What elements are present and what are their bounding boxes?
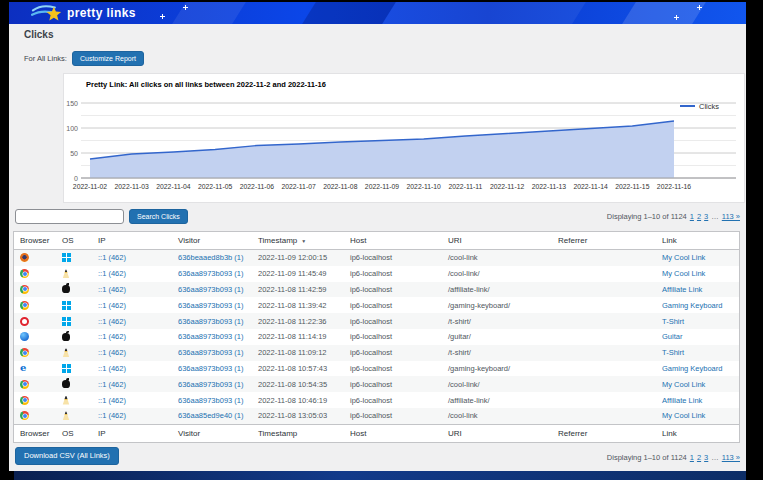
ip-link[interactable]: ::1 (462): [98, 348, 126, 357]
pretty-link-name[interactable]: My Cool Link: [662, 380, 705, 389]
pagination-page-1[interactable]: 1: [690, 453, 694, 462]
header-stripe: [620, 2, 709, 24]
column-header-link[interactable]: Link: [656, 425, 739, 442]
visitor-link[interactable]: 636aa8973b093 (1): [178, 285, 243, 294]
browser-cell: [14, 361, 56, 377]
ip-link[interactable]: ::1 (462): [98, 301, 126, 310]
column-header-referrer[interactable]: Referrer: [552, 425, 656, 442]
column-header-timestamp[interactable]: Timestamp▼: [252, 232, 344, 249]
pagination-last-page[interactable]: 113 »: [722, 453, 740, 462]
host-value: ip6-localhost: [344, 313, 442, 329]
pagination-page-1[interactable]: 1: [690, 212, 694, 221]
visitor-link[interactable]: 636aa8973b093 (1): [178, 269, 243, 278]
visitor-link[interactable]: 636aa8973b093 (1): [178, 348, 243, 357]
referrer-value: [552, 361, 656, 377]
y-axis-tick-label: 100: [66, 125, 78, 132]
column-header-timestamp[interactable]: Timestamp: [252, 425, 344, 442]
ip-link[interactable]: ::1 (462): [98, 269, 126, 278]
header-stripe: [170, 2, 249, 24]
column-header-label: URI: [448, 236, 462, 245]
timestamp-value: 2022-11-08 11:42:59: [252, 282, 344, 298]
column-header-visitor[interactable]: Visitor: [172, 232, 252, 249]
brand-name: pretty links: [67, 6, 136, 20]
pagination-page-3[interactable]: 3: [704, 453, 708, 462]
ip-link[interactable]: ::1 (462): [98, 253, 126, 262]
referrer-value: [552, 266, 656, 282]
pagination-page-3[interactable]: 3: [704, 212, 708, 221]
pretty-link-name[interactable]: Gaming Keyboard: [662, 364, 722, 373]
opera-browser-icon: [20, 317, 29, 326]
column-header-uri[interactable]: URI: [442, 425, 552, 442]
column-header-browser[interactable]: Browser: [14, 425, 56, 442]
windows-os-icon: [62, 253, 71, 262]
ip-link[interactable]: ::1 (462): [98, 396, 126, 405]
visitor-link[interactable]: 636aa8973b093 (1): [178, 301, 243, 310]
customize-report-button[interactable]: Customize Report: [72, 51, 144, 66]
column-header-browser[interactable]: Browser: [14, 232, 56, 249]
os-cell: [56, 392, 92, 408]
pagination-bottom: Displaying 1–10 of 1124 1 2 3 … 113 »: [607, 453, 740, 462]
ip-link[interactable]: ::1 (462): [98, 317, 126, 326]
table-row: ::1 (462)636beaaed8b3b (1)2022-11-09 12:…: [14, 250, 739, 266]
column-header-label: Visitor: [178, 236, 200, 245]
x-axis-labels: 2022-11-022022-11-032022-11-042022-11-05…: [73, 183, 691, 190]
column-header-label: Host: [350, 236, 366, 245]
referrer-value: [552, 345, 656, 361]
ip-link[interactable]: ::1 (462): [98, 364, 126, 373]
column-header-ip[interactable]: IP: [92, 232, 172, 249]
search-input[interactable]: [15, 209, 124, 224]
host-value: ip6-localhost: [344, 282, 442, 298]
ip-link[interactable]: ::1 (462): [98, 411, 126, 420]
ip-link[interactable]: ::1 (462): [98, 332, 126, 341]
column-header-label: OS: [62, 236, 74, 245]
column-header-uri[interactable]: URI: [442, 232, 552, 249]
pagination-page-2[interactable]: 2: [697, 453, 701, 462]
visitor-link[interactable]: 636aa8973b093 (1): [178, 364, 243, 373]
visitor-link[interactable]: 636beaaed8b3b (1): [178, 253, 243, 262]
pretty-link-name[interactable]: T-Shirt: [662, 317, 684, 326]
table-row: ::1 (462)636aa8973b093 (1)2022-11-08 11:…: [14, 297, 739, 313]
pretty-link-name[interactable]: Guitar: [662, 332, 682, 341]
column-header-host[interactable]: Host: [344, 232, 442, 249]
column-header-label: Visitor: [178, 429, 200, 438]
pagination-last-page[interactable]: 113 »: [722, 212, 740, 221]
visitor-link[interactable]: 636aa85ed9e40 (1): [178, 411, 243, 420]
column-header-visitor[interactable]: Visitor: [172, 425, 252, 442]
column-header-host[interactable]: Host: [344, 425, 442, 442]
ip-link[interactable]: ::1 (462): [98, 380, 126, 389]
column-header-referrer[interactable]: Referrer: [552, 232, 656, 249]
pretty-link-name[interactable]: My Cool Link: [662, 253, 705, 262]
column-header-os[interactable]: OS: [56, 425, 92, 442]
pagination-ellipsis: …: [711, 212, 719, 221]
pretty-link-name[interactable]: Affiliate Link: [662, 285, 702, 294]
pagination-page-2[interactable]: 2: [697, 212, 701, 221]
visitor-link[interactable]: 636aa8973b093 (1): [178, 332, 243, 341]
pretty-link-name[interactable]: Affiliate Link: [662, 396, 702, 405]
y-axis-tick-label: 0: [74, 175, 78, 182]
pretty-link-name[interactable]: My Cool Link: [662, 411, 705, 420]
column-header-os[interactable]: OS: [56, 232, 92, 249]
clicks-series[interactable]: [90, 121, 674, 178]
download-csv-button[interactable]: Download CSV (All Links): [15, 447, 119, 465]
ip-link[interactable]: ::1 (462): [98, 285, 126, 294]
pretty-link-name[interactable]: Gaming Keyboard: [662, 301, 722, 310]
windows-os-icon: [62, 301, 71, 310]
clicks-area-chart[interactable]: 0501001502022-11-022022-11-032022-11-042…: [64, 74, 746, 204]
safari-browser-icon: [20, 332, 29, 341]
visitor-link[interactable]: 636aa8973b093 (1): [178, 317, 243, 326]
column-header-ip[interactable]: IP: [92, 425, 172, 442]
host-value: ip6-localhost: [344, 250, 442, 266]
column-header-label: IP: [98, 236, 106, 245]
pretty-link-name[interactable]: T-Shirt: [662, 348, 684, 357]
column-header-link[interactable]: Link: [656, 232, 739, 249]
timestamp-value: 2022-11-08 13:05:03: [252, 408, 344, 424]
search-clicks-button[interactable]: Search Clicks: [129, 209, 188, 224]
pretty-link-name[interactable]: My Cool Link: [662, 269, 705, 278]
x-axis-tick-label: 2022-11-04: [156, 183, 190, 190]
visitor-link[interactable]: 636aa8973b093 (1): [178, 380, 243, 389]
table-header-row: BrowserOSIPVisitorTimestamp▼HostURIRefer…: [14, 232, 739, 250]
uri-value: /gaming-keyboard/: [442, 297, 552, 313]
visitor-link[interactable]: 636aa8973b093 (1): [178, 396, 243, 405]
uri-value: /affiliate-link/: [442, 282, 552, 298]
x-axis-tick-label: 2022-11-16: [657, 183, 691, 190]
